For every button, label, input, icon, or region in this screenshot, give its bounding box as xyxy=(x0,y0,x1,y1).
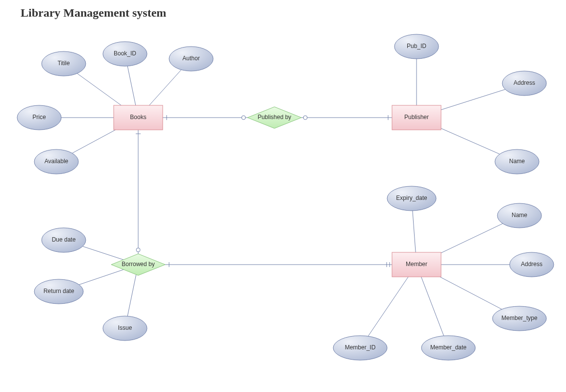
attr-link xyxy=(441,128,500,154)
entity-publisher: Publisher xyxy=(392,105,441,130)
attr-link xyxy=(149,70,181,105)
attribute-book_price: Price xyxy=(17,105,61,130)
attribute-label: Available xyxy=(45,158,69,165)
entity-member: Member xyxy=(392,252,441,277)
attr-link xyxy=(79,270,123,285)
attr-link xyxy=(77,74,121,105)
attribute-label: Expiry_date xyxy=(396,195,427,201)
svg-point-5 xyxy=(136,248,140,252)
svg-point-1 xyxy=(242,116,246,120)
attribute-mem_id: Member_ID xyxy=(333,336,387,360)
attr-link xyxy=(83,246,123,260)
attribute-mem_address: Address xyxy=(510,252,554,277)
attr-link xyxy=(368,277,408,336)
attribute-label: Address xyxy=(514,79,535,86)
attribute-book_available: Available xyxy=(34,149,78,174)
attr-link xyxy=(127,66,136,105)
attribute-bor_due: Due date xyxy=(42,228,86,252)
attr-link xyxy=(72,130,115,153)
attribute-bor_return: Return date xyxy=(34,279,83,304)
attribute-label: Issue xyxy=(118,324,132,331)
attribute-label: Member_ID xyxy=(345,344,376,351)
attribute-pub_address: Address xyxy=(502,71,546,96)
attribute-label: Author xyxy=(182,55,199,62)
attr-link xyxy=(127,274,136,316)
relationship-label: Published by xyxy=(258,114,292,121)
attribute-label: Member_type xyxy=(501,315,538,321)
attribute-label: Member_date xyxy=(430,344,467,351)
attribute-label: Address xyxy=(521,261,542,268)
entity-label: Books xyxy=(130,114,146,121)
relationship-borrowed: Borrowed by xyxy=(111,254,165,275)
relationship-published: Published by xyxy=(247,107,301,128)
attribute-label: Book_ID xyxy=(114,50,136,57)
attribute-label: Titile xyxy=(58,60,70,67)
attr-link xyxy=(441,223,503,253)
attribute-label: Name xyxy=(512,212,527,219)
attribute-label: Name xyxy=(509,158,525,165)
attribute-mem_type: Member_type xyxy=(492,306,546,331)
entity-label: Publisher xyxy=(404,114,429,121)
attr-link xyxy=(440,277,502,309)
attribute-book_author: Author xyxy=(169,47,213,71)
attribute-label: Due date xyxy=(52,236,76,243)
attribute-label: Return date xyxy=(44,288,74,294)
links-layer xyxy=(61,59,510,336)
diagram-title: Library Management system xyxy=(21,6,166,19)
attribute-mem_date: Member_date xyxy=(421,336,475,360)
attr-link xyxy=(441,89,505,110)
attribute-book_id: Book_ID xyxy=(103,42,147,66)
attribute-mem_expiry: Expiry_date xyxy=(387,186,436,211)
attribute-label: Price xyxy=(32,114,46,121)
relationship-label: Borrowed by xyxy=(122,261,154,268)
attribute-mem_name: Name xyxy=(497,203,541,228)
entity-books: Books xyxy=(114,105,163,130)
entity-label: Member xyxy=(406,261,427,268)
attribute-label: Pub_ID xyxy=(407,43,426,49)
attr-link xyxy=(413,211,416,252)
attr-link xyxy=(421,277,444,336)
er-diagram: Library Management system TitileBook_IDA… xyxy=(0,0,566,392)
svg-point-2 xyxy=(303,116,307,120)
attribute-pub_id: Pub_ID xyxy=(394,34,439,59)
attribute-bor_issue: Issue xyxy=(103,316,147,341)
shapes-layer: TitileBook_IDAuthorPriceAvailablePub_IDA… xyxy=(17,34,554,360)
attribute-pub_name: Name xyxy=(495,149,539,174)
attribute-book_title: Titile xyxy=(42,51,86,76)
